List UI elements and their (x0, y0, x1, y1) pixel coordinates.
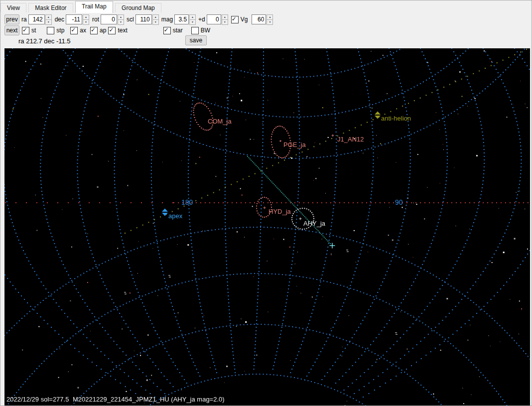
toolbar: prev ra ▲▼ dec ▲▼ rot ▲▼ scl ▲▼ mag ▲▼ +… (0, 12, 532, 48)
st-checkbox-group: st (22, 27, 36, 34)
ax-checkbox[interactable] (70, 27, 78, 34)
date-sol-status: 2022/12/29 sol=277.5 (6, 396, 69, 403)
tab-trail-map[interactable]: Trail Map (75, 1, 113, 13)
sky-map: COM_ja PGE_ja J1_AN12 HYD_ja AHY_ja anti… (4, 48, 530, 406)
clip-name-status: M20221229_221454_JPMZ1_HU (AHY_ja mag=2.… (73, 396, 225, 403)
text-checkbox-label: text (118, 27, 127, 34)
dec-input[interactable] (66, 14, 82, 24)
vg-checkbox[interactable] (231, 16, 239, 23)
spinner-down-icon[interactable]: ▼ (152, 19, 159, 25)
stp-checkbox-group: stp (47, 27, 64, 34)
star-checkbox-group: star (163, 27, 183, 34)
bw-checkbox-group: BW (191, 27, 210, 34)
scl-input[interactable] (135, 14, 152, 24)
radiant-label-hyd-ja: HYD_ja (268, 208, 291, 215)
dec-spinner[interactable]: ▲▼ (83, 14, 89, 24)
tab-bar: View Mask Editor Trail Map Ground Map (0, 0, 532, 13)
mag-input[interactable] (174, 14, 189, 24)
stp-checkbox[interactable] (47, 27, 54, 34)
spinner-down-icon[interactable]: ▼ (118, 19, 124, 25)
vg-input[interactable] (252, 14, 266, 24)
ra-label: ra (21, 16, 27, 23)
ax-checkbox-label: ax (80, 27, 86, 34)
star-checkbox[interactable] (163, 27, 171, 34)
stp-checkbox-label: stp (56, 27, 64, 34)
ecliptic-lon-180-label: 180 (181, 199, 193, 206)
scl-label: scl (127, 16, 134, 23)
map-status-bar: 2022/12/29 sol=277.5 M20221229_221454_JP… (4, 396, 530, 405)
dec-label: dec (55, 16, 64, 23)
st-checkbox-label: st (31, 27, 36, 34)
ra-spinner[interactable]: ▲▼ (45, 14, 52, 24)
spinner-down-icon[interactable]: ▼ (45, 19, 52, 25)
prev-button[interactable]: prev (4, 14, 19, 24)
spinner-down-icon[interactable]: ▼ (266, 19, 273, 25)
pointer-coords-status: ra 212.7 dec -11.5 (18, 37, 71, 45)
ap-checkbox-group: ap (90, 27, 106, 34)
plus-d-input[interactable] (207, 14, 221, 24)
spinner-down-icon[interactable]: ▼ (222, 19, 228, 25)
mag-label: mag (161, 16, 173, 23)
vg-checkbox-label: Vg (241, 16, 248, 23)
anti-helion-label: anti-helion (381, 115, 411, 122)
plus-d-spinner[interactable]: ▲▼ (222, 14, 228, 24)
app-window: View Mask Editor Trail Map Ground Map pr… (0, 0, 532, 406)
st-checkbox[interactable] (22, 27, 29, 34)
bw-checkbox-label: BW (201, 27, 210, 34)
radiant-label-j1-an12: J1_AN12 (337, 136, 364, 143)
text-checkbox[interactable] (108, 27, 116, 34)
tab-view[interactable]: View (0, 3, 26, 13)
radiant-label-com-ja: COM_ja (208, 118, 232, 125)
next-button[interactable]: next (4, 25, 19, 35)
rot-spinner[interactable]: ▲▼ (118, 14, 124, 24)
scl-spinner[interactable]: ▲▼ (152, 14, 159, 24)
mag-spinner[interactable]: ▲▼ (189, 14, 196, 24)
ap-checkbox[interactable] (90, 27, 98, 34)
ra-input[interactable] (28, 14, 45, 24)
star-checkbox-label: star (173, 27, 183, 34)
radiant-label-ahy-ja: AHY_ja (303, 220, 325, 227)
radiant-label-pge-ja: PGE_ja (283, 141, 306, 148)
ax-checkbox-group: ax (70, 27, 86, 34)
vg-spinner[interactable]: ▲▼ (266, 14, 273, 24)
apex-label: apex (168, 213, 182, 220)
save-button[interactable]: save (185, 35, 207, 45)
text-checkbox-group: text (108, 27, 127, 34)
sky-canvas[interactable] (4, 48, 530, 406)
tab-ground-map[interactable]: Ground Map (115, 3, 161, 13)
rot-input[interactable] (101, 14, 117, 24)
ap-checkbox-label: ap (100, 27, 106, 34)
spinner-down-icon[interactable]: ▼ (83, 19, 89, 25)
vg-checkbox-group: Vg (231, 16, 248, 23)
rot-label: rot (92, 16, 99, 23)
bw-checkbox[interactable] (191, 27, 199, 34)
spinner-down-icon[interactable]: ▼ (189, 19, 196, 25)
tab-mask-editor[interactable]: Mask Editor (28, 3, 73, 13)
plus-d-label: +d (198, 16, 205, 23)
ecliptic-lon-90-label: 90 (395, 199, 403, 206)
